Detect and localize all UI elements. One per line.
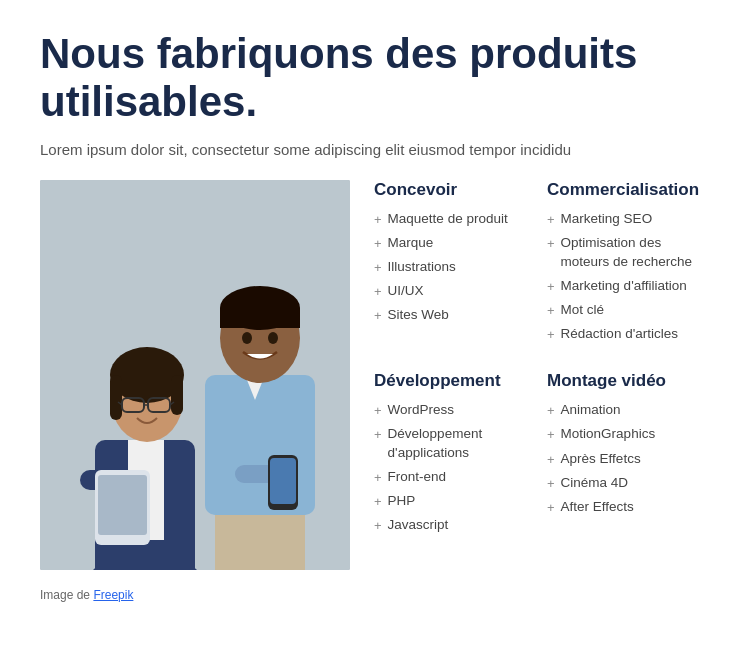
plus-icon: + — [374, 283, 382, 301]
plus-icon: + — [547, 302, 555, 320]
list-item-text: Développement d'applications — [388, 425, 537, 463]
plus-icon: + — [547, 235, 555, 253]
plus-icon: + — [374, 426, 382, 444]
service-list-commercialisation: +Marketing SEO+Optimisation des moteurs … — [547, 210, 710, 345]
service-title-developpement: Développement — [374, 371, 537, 391]
freepik-link[interactable]: Freepik — [93, 588, 133, 602]
plus-icon: + — [547, 402, 555, 420]
list-item-text: Après Effetcs — [561, 450, 641, 469]
service-title-commercialisation: Commercialisation — [547, 180, 710, 200]
list-item: +Front-end — [374, 468, 537, 487]
list-item-text: Rédaction d'articles — [561, 325, 678, 344]
credit-text: Image de — [40, 588, 93, 602]
list-item-text: Marketing d'affiliation — [561, 277, 687, 296]
svg-rect-8 — [171, 375, 183, 415]
list-item: +WordPress — [374, 401, 537, 420]
list-item: +Animation — [547, 401, 710, 420]
list-item-text: MotionGraphics — [561, 425, 656, 444]
plus-icon: + — [374, 493, 382, 511]
plus-icon: + — [374, 402, 382, 420]
plus-icon: + — [547, 426, 555, 444]
service-list-developpement: +WordPress+Développement d'applications+… — [374, 401, 537, 536]
list-item: +Après Effetcs — [547, 450, 710, 469]
content-area: Concevoir+Maquette de produit+Marque+Ill… — [40, 180, 710, 570]
list-item: +Marketing SEO — [547, 210, 710, 229]
page-wrapper: Nous fabriquons des produits utilisables… — [40, 30, 710, 602]
plus-icon: + — [547, 499, 555, 517]
list-item-text: Mot clé — [561, 301, 605, 320]
plus-icon: + — [374, 211, 382, 229]
plus-icon: + — [547, 278, 555, 296]
list-item-text: Marketing SEO — [561, 210, 653, 229]
svg-point-24 — [242, 332, 252, 344]
list-item: +MotionGraphics — [547, 425, 710, 444]
page-title: Nous fabriquons des produits utilisables… — [40, 30, 710, 127]
svg-point-25 — [268, 332, 278, 344]
plus-icon: + — [374, 469, 382, 487]
list-item-text: After Effects — [561, 498, 634, 517]
list-item-text: Javascript — [388, 516, 449, 535]
list-item-text: Sites Web — [388, 306, 449, 325]
plus-icon: + — [547, 326, 555, 344]
service-section-developpement: Développement+WordPress+Développement d'… — [374, 371, 537, 541]
svg-rect-16 — [98, 475, 147, 535]
list-item: +UI/UX — [374, 282, 537, 301]
list-item: +After Effects — [547, 498, 710, 517]
hero-image — [40, 180, 350, 570]
plus-icon: + — [547, 475, 555, 493]
plus-icon: + — [374, 307, 382, 325]
title-normal: Nous fabriquons des produits — [40, 30, 637, 77]
plus-icon: + — [374, 517, 382, 535]
list-item-text: PHP — [388, 492, 416, 511]
list-item: +Rédaction d'articles — [547, 325, 710, 344]
service-section-concevoir: Concevoir+Maquette de produit+Marque+Ill… — [374, 180, 537, 350]
svg-rect-23 — [220, 308, 300, 328]
service-title-concevoir: Concevoir — [374, 180, 537, 200]
header-section: Nous fabriquons des produits utilisables… — [40, 30, 710, 158]
list-item: +PHP — [374, 492, 537, 511]
list-item-text: Cinéma 4D — [561, 474, 629, 493]
list-item-text: Marque — [388, 234, 434, 253]
list-item: +Sites Web — [374, 306, 537, 325]
list-item: +Mot clé — [547, 301, 710, 320]
svg-rect-19 — [205, 375, 315, 515]
plus-icon: + — [547, 211, 555, 229]
list-item-text: Maquette de produit — [388, 210, 508, 229]
list-item: +Cinéma 4D — [547, 474, 710, 493]
service-section-commercialisation: Commercialisation+Marketing SEO+Optimisa… — [547, 180, 710, 350]
list-item-text: Animation — [561, 401, 621, 420]
services-grid: Concevoir+Maquette de produit+Marque+Ill… — [374, 180, 710, 563]
list-item-text: Illustrations — [388, 258, 456, 277]
title-bold: utilisables. — [40, 78, 257, 125]
service-list-concevoir: +Maquette de produit+Marque+Illustration… — [374, 210, 537, 326]
list-item: +Développement d'applications — [374, 425, 537, 463]
service-title-montage-video: Montage vidéo — [547, 371, 710, 391]
list-item: +Optimisation des moteurs de recherche — [547, 234, 710, 272]
svg-rect-28 — [270, 458, 296, 504]
subtitle: Lorem ipsum dolor sit, consectetur some … — [40, 141, 710, 158]
list-item-text: Front-end — [388, 468, 447, 487]
plus-icon: + — [374, 259, 382, 277]
svg-rect-7 — [110, 375, 122, 420]
plus-icon: + — [374, 235, 382, 253]
service-section-montage-video: Montage vidéo+Animation+MotionGraphics+A… — [547, 371, 710, 541]
service-list-montage-video: +Animation+MotionGraphics+Après Effetcs+… — [547, 401, 710, 517]
list-item-text: WordPress — [388, 401, 455, 420]
list-item: +Javascript — [374, 516, 537, 535]
plus-icon: + — [547, 451, 555, 469]
footer-credit: Image de Freepik — [40, 588, 710, 602]
list-item: +Marque — [374, 234, 537, 253]
list-item-text: UI/UX — [388, 282, 424, 301]
list-item: +Illustrations — [374, 258, 537, 277]
list-item: +Maquette de produit — [374, 210, 537, 229]
list-item: +Marketing d'affiliation — [547, 277, 710, 296]
list-item-text: Optimisation des moteurs de recherche — [561, 234, 710, 272]
